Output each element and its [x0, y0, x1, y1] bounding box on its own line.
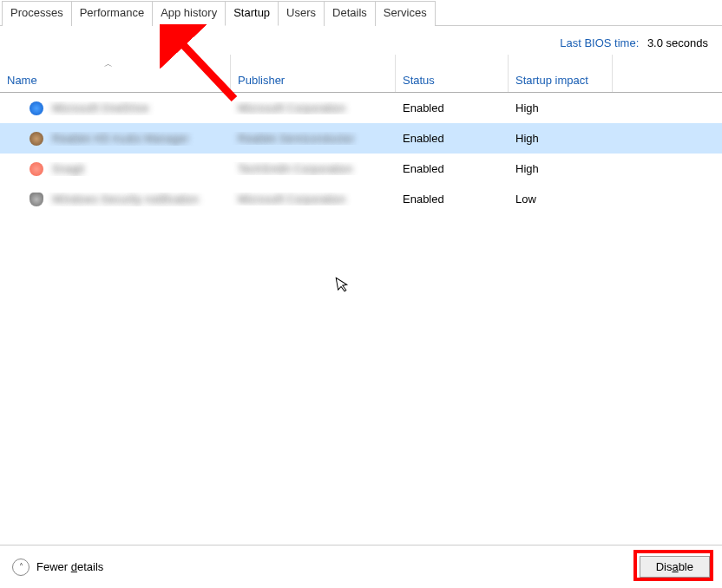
- app-name: Microsoft OneDrive: [52, 101, 148, 114]
- startup-row[interactable]: Microsoft OneDrive Microsoft Corporation…: [0, 93, 722, 123]
- tab-services[interactable]: Services: [375, 1, 436, 26]
- app-publisher: Microsoft Corporation: [238, 101, 345, 114]
- bios-time-value: 3.0 seconds: [647, 36, 708, 49]
- app-impact: High: [509, 162, 613, 175]
- fewer-details-label: Fewer details: [36, 560, 103, 573]
- app-icon: [30, 132, 43, 146]
- startup-row[interactable]: Windows Security notification Microsoft …: [0, 184, 722, 214]
- col-header-status[interactable]: Status: [396, 55, 509, 92]
- app-publisher: Realtek Semiconductor: [238, 132, 354, 145]
- fewer-details-button[interactable]: ˄ Fewer details: [12, 559, 103, 576]
- tab-details[interactable]: Details: [324, 1, 376, 26]
- app-status: Enabled: [396, 101, 509, 114]
- tab-bar: Processes Performance App history Startu…: [0, 0, 722, 26]
- footer-bar: ˄ Fewer details Disable: [0, 545, 722, 588]
- app-status: Enabled: [396, 162, 509, 175]
- col-header-name[interactable]: Name: [0, 55, 231, 92]
- app-name: Realtek HD Audio Manager: [52, 132, 189, 145]
- bios-time-bar: Last BIOS time: 3.0 seconds: [0, 26, 722, 55]
- app-impact: Low: [509, 193, 613, 206]
- column-headers: ︿ Name Publisher Status Startup impact: [0, 55, 722, 93]
- app-publisher: TechSmith Corporation: [238, 162, 352, 175]
- mouse-cursor-icon: [335, 275, 352, 297]
- app-icon: [30, 101, 43, 115]
- tab-processes[interactable]: Processes: [2, 1, 72, 26]
- bios-time-label: Last BIOS time:: [560, 36, 639, 49]
- app-status: Enabled: [396, 132, 509, 145]
- startup-row[interactable]: Snagit TechSmith Corporation Enabled Hig…: [0, 154, 722, 184]
- col-header-impact[interactable]: Startup impact: [509, 55, 613, 92]
- tab-users[interactable]: Users: [278, 1, 325, 26]
- sort-caret-icon: ︿: [104, 58, 113, 70]
- app-impact: High: [509, 101, 613, 114]
- tab-app-history[interactable]: App history: [152, 1, 226, 26]
- app-publisher: Microsoft Corporation: [238, 193, 345, 206]
- disable-button[interactable]: Disable: [640, 556, 710, 578]
- chevron-up-icon: ˄: [12, 559, 30, 576]
- tab-startup[interactable]: Startup: [225, 1, 279, 26]
- app-impact: High: [509, 132, 613, 145]
- col-header-publisher[interactable]: Publisher: [231, 55, 396, 92]
- startup-list: Microsoft OneDrive Microsoft Corporation…: [0, 93, 722, 214]
- app-name: Snagit: [52, 162, 84, 175]
- tab-performance[interactable]: Performance: [71, 1, 153, 26]
- app-name: Windows Security notification: [52, 193, 199, 206]
- app-icon: [30, 193, 43, 206]
- app-icon: [30, 162, 43, 176]
- app-status: Enabled: [396, 193, 509, 206]
- startup-row[interactable]: Realtek HD Audio Manager Realtek Semicon…: [0, 123, 722, 154]
